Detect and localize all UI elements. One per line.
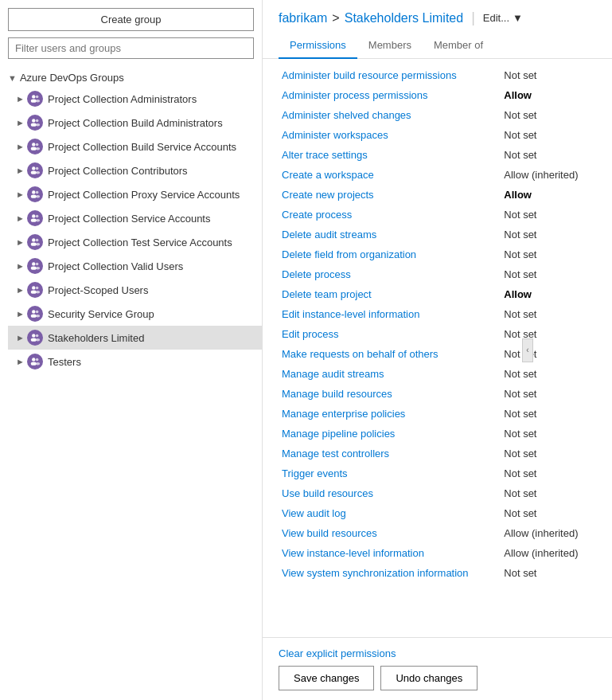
tree-item[interactable]: ► Project Collection Build Administrator… xyxy=(8,111,262,135)
svg-point-12 xyxy=(32,166,35,170)
permission-value: Not set xyxy=(501,563,596,583)
permission-name[interactable]: View audit log xyxy=(279,503,501,523)
permission-name[interactable]: Delete audit streams xyxy=(279,225,501,244)
tab-member-of[interactable]: Member of xyxy=(423,34,494,59)
undo-changes-button[interactable]: Undo changes xyxy=(380,666,478,690)
breadcrumb-group[interactable]: Stakeholders Limited xyxy=(345,11,463,25)
bottom-bar: Clear explicit permissions Save changes … xyxy=(263,637,612,700)
permission-name[interactable]: Manage enterprise policies xyxy=(279,404,501,424)
table-row: Delete processNot set xyxy=(279,264,596,284)
permission-name[interactable]: Manage audit streams xyxy=(279,364,501,384)
svg-point-37 xyxy=(31,314,37,317)
tab-members[interactable]: Members xyxy=(357,34,423,59)
permission-name[interactable]: Manage build resources xyxy=(279,384,501,404)
clear-permissions-link[interactable]: Clear explicit permissions xyxy=(279,647,596,659)
group-icon xyxy=(27,306,43,322)
tree-item[interactable]: ► Project Collection Build Service Accou… xyxy=(8,135,262,158)
permission-name[interactable]: Create process xyxy=(279,205,501,225)
azure-devops-groups-header[interactable]: ▼ Azure DevOps Groups xyxy=(0,68,262,87)
permission-name[interactable]: Make requests on behalf of others xyxy=(279,344,501,364)
tree-item[interactable]: ► Project-Scoped Users xyxy=(8,278,262,302)
tree-item-label: Project Collection Proxy Service Account… xyxy=(48,189,240,201)
table-row: View audit logNot set xyxy=(279,503,596,523)
tree-item[interactable]: ► Project Collection Service Accounts xyxy=(8,206,262,230)
permission-value: Not set xyxy=(501,344,596,364)
expand-arrow-icon: ► xyxy=(16,118,25,127)
filter-input[interactable] xyxy=(8,37,254,59)
table-row: Administer build resource permissionsNot… xyxy=(279,65,596,85)
table-row: Edit processNot set xyxy=(279,324,596,344)
group-icon xyxy=(27,258,43,274)
table-row: Trigger eventsNot set xyxy=(279,463,596,483)
permission-name[interactable]: Trigger events xyxy=(279,463,501,483)
right-header: fabrikam > Stakeholders Limited | Edit..… xyxy=(263,0,612,59)
group-icon xyxy=(27,139,43,154)
tab-permissions[interactable]: Permissions xyxy=(279,34,357,59)
permission-name[interactable]: Delete process xyxy=(279,264,501,284)
permission-name[interactable]: View build resources xyxy=(279,523,501,543)
permission-value: Allow xyxy=(501,284,596,304)
permission-name[interactable]: Administer shelved changes xyxy=(279,105,501,125)
table-row: Use build resourcesNot set xyxy=(279,483,596,503)
permission-name[interactable]: Administer workspaces xyxy=(279,125,501,145)
tree-item[interactable]: ► Security Service Group xyxy=(8,302,262,326)
permission-name[interactable]: Delete team project xyxy=(279,284,501,304)
tree-items-list: ► Project Collection Administrators► Pro… xyxy=(0,87,262,373)
permission-name[interactable]: Create new projects xyxy=(279,185,501,205)
permission-name[interactable]: View system synchronization information xyxy=(279,563,501,583)
permission-name[interactable]: Manage pipeline policies xyxy=(279,424,501,444)
permission-name[interactable]: Alter trace settings xyxy=(279,145,501,165)
tree-item[interactable]: ► Project Collection Test Service Accoun… xyxy=(8,230,262,254)
table-row: Administer shelved changesNot set xyxy=(279,105,596,125)
tree-item[interactable]: ► Project Collection Proxy Service Accou… xyxy=(8,182,262,206)
edit-chevron-icon: ▼ xyxy=(513,12,523,24)
breadcrumb: fabrikam > Stakeholders Limited | Edit..… xyxy=(279,10,596,26)
tree-item[interactable]: ► Testers xyxy=(8,350,262,373)
save-changes-button[interactable]: Save changes xyxy=(279,666,374,690)
permission-name[interactable]: Edit instance-level information xyxy=(279,304,501,324)
expand-arrow-icon: ► xyxy=(16,261,25,271)
svg-point-0 xyxy=(32,95,35,98)
group-icon xyxy=(27,91,43,107)
svg-point-18 xyxy=(36,191,39,194)
create-group-button[interactable]: Create group xyxy=(8,8,254,31)
permission-name[interactable]: Delete field from organization xyxy=(279,244,501,264)
expand-arrow-icon: ► xyxy=(16,285,25,295)
tree-item-label: Project Collection Contributors xyxy=(48,165,188,177)
tree-item[interactable]: ► Stakeholders Limited xyxy=(8,326,262,350)
svg-point-17 xyxy=(31,194,37,197)
table-row: Manage pipeline policiesNot set xyxy=(279,424,596,444)
permission-value: Not set xyxy=(501,483,596,503)
permission-value: Not set xyxy=(501,264,596,284)
svg-point-20 xyxy=(32,214,35,217)
svg-point-33 xyxy=(31,290,37,293)
permission-name[interactable]: Administer build resource permissions xyxy=(279,65,501,85)
tree-item[interactable]: ► Project Collection Contributors xyxy=(8,158,262,182)
svg-point-21 xyxy=(31,218,37,221)
svg-point-6 xyxy=(36,119,39,123)
breadcrumb-divider: | xyxy=(471,10,475,26)
permission-name[interactable]: Create a workspace xyxy=(279,165,501,185)
expand-arrow-icon: ► xyxy=(16,237,25,247)
permission-name[interactable]: Edit process xyxy=(279,324,501,344)
tree-item[interactable]: ► Project Collection Administrators xyxy=(8,87,262,111)
table-row: Create a workspaceAllow (inherited) xyxy=(279,165,596,185)
expand-arrow-icon: ► xyxy=(16,166,25,175)
table-row: Alter trace settingsNot set xyxy=(279,145,596,165)
svg-point-41 xyxy=(31,338,37,341)
svg-point-23 xyxy=(36,219,40,222)
permission-name[interactable]: Manage test controllers xyxy=(279,444,501,463)
table-row: Delete audit streamsNot set xyxy=(279,225,596,244)
permission-value: Not set xyxy=(501,125,596,145)
group-icon xyxy=(27,115,43,131)
tree-item-label: Project Collection Test Service Accounts xyxy=(48,237,232,248)
svg-point-31 xyxy=(36,267,40,270)
tree-item[interactable]: ► Project Collection Valid Users xyxy=(8,254,262,278)
permission-value: Not set xyxy=(501,424,596,444)
collapse-panel-button[interactable]: ‹ xyxy=(522,338,533,362)
breadcrumb-org[interactable]: fabrikam xyxy=(279,11,327,25)
permission-name[interactable]: Use build resources xyxy=(279,483,501,503)
permission-name[interactable]: Administer process permissions xyxy=(279,85,501,105)
edit-button[interactable]: Edit... ▼ xyxy=(483,12,523,24)
permission-name[interactable]: View instance-level information xyxy=(279,543,501,563)
